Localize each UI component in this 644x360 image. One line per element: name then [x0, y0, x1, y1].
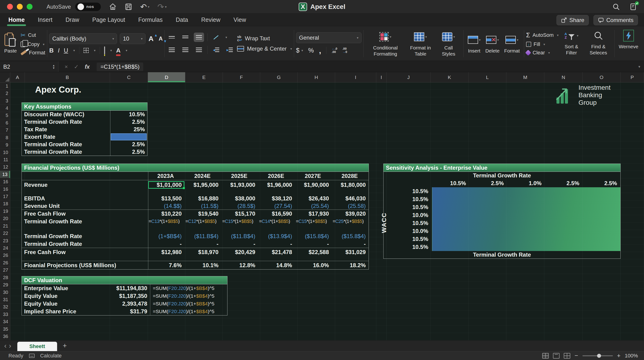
borders-chevron-icon[interactable]: ▾: [94, 49, 96, 52]
col-header-A[interactable]: A: [10, 72, 25, 82]
tab-draw[interactable]: Draw: [65, 15, 80, 25]
projection-cell[interactable]: 14.8%: [258, 262, 295, 269]
projection-cell[interactable]: $16,590: [258, 211, 295, 217]
maximize-window-button[interactable]: [27, 4, 32, 10]
row-header-26[interactable]: 26: [0, 252, 10, 259]
row-header-36[interactable]: 36: [0, 333, 10, 340]
underline-chevron-icon[interactable]: ▾: [73, 49, 75, 52]
row-header-33[interactable]: 33: [0, 311, 10, 318]
projection-cell[interactable]: (28.5$): [222, 203, 258, 209]
document-status-icon[interactable]: [630, 3, 638, 11]
conditional-formatting-button[interactable]: ▾ Conditional Formatting: [366, 29, 405, 58]
row-header-26[interactable]: 26: [0, 259, 10, 266]
dcf-value[interactable]: $31.79: [92, 308, 150, 315]
next-sheet-icon[interactable]: ›: [9, 342, 11, 350]
minimize-window-button[interactable]: [17, 4, 23, 10]
undo-chevron-icon[interactable]: ▾: [148, 5, 150, 9]
projection-cell[interactable]: -: [148, 241, 185, 247]
row-header-1[interactable]: 1: [0, 83, 10, 90]
insert-cells-button[interactable]: ▾ Insert: [466, 32, 483, 55]
assumption-value[interactable]: 2.5%: [110, 149, 147, 155]
col-header-L[interactable]: L: [468, 72, 506, 82]
projection-cell[interactable]: $15,170: [222, 211, 258, 217]
decrease-indent-button[interactable]: ◂: [211, 45, 221, 55]
selected-blue-cell[interactable]: [111, 133, 147, 140]
close-window-button[interactable]: [7, 4, 13, 10]
paste-button[interactable]: ▾ Paste: [2, 32, 19, 55]
dcf-value[interactable]: 2,393,478: [92, 300, 150, 307]
orientation-chevron-icon[interactable]: ▾: [225, 35, 227, 39]
grid-canvas[interactable]: Apex Corp. Investment Banking Group Key …: [10, 83, 644, 340]
col-header-O[interactable]: O: [583, 72, 620, 82]
dcf-formula[interactable]: =SUM(F20:J20)/(1+$B$4)^5: [150, 309, 227, 314]
row-header-21[interactable]: 21: [0, 222, 10, 230]
prev-sheet-icon[interactable]: ‹: [4, 342, 6, 350]
projection-cell[interactable]: (14.$$): [148, 203, 185, 209]
clear-chevron-icon[interactable]: ▾: [548, 51, 550, 55]
col-header-F[interactable]: F: [223, 72, 260, 82]
col-header-P[interactable]: P: [620, 72, 644, 82]
row-header-18[interactable]: 18: [0, 200, 10, 208]
fill-chevron-icon[interactable]: ▾: [544, 42, 545, 46]
sort-filter-button[interactable]: AZ▾ Sort & Filter: [558, 28, 584, 60]
autosum-chevron-icon[interactable]: ▾: [557, 33, 558, 37]
cut-button[interactable]: ✂Cut: [20, 32, 46, 39]
calculate-status[interactable]: Calculate: [40, 353, 62, 359]
projection-cell[interactable]: $39,020: [332, 211, 369, 217]
decrease-decimal-button[interactable]: .00→0: [342, 47, 347, 54]
projection-cell[interactable]: -: [185, 241, 222, 247]
col-header-N[interactable]: N: [544, 72, 583, 82]
col-header-D[interactable]: D: [148, 72, 185, 82]
zoom-in-button[interactable]: +: [617, 352, 620, 359]
row-header-23[interactable]: 23: [0, 237, 10, 244]
projection-cell[interactable]: $18,970: [185, 249, 222, 255]
col-header-G[interactable]: G: [260, 72, 298, 82]
row-header-28[interactable]: 28: [0, 274, 10, 281]
name-box-spinner[interactable]: ▲▼: [52, 64, 55, 69]
sheet-tab-active[interactable]: Sheett: [17, 342, 57, 351]
projection-cell[interactable]: (27.54): [258, 203, 295, 209]
row-header-20[interactable]: 20: [0, 215, 10, 222]
sort-filter-chevron-icon[interactable]: ▾: [577, 33, 578, 39]
wrap-text-button[interactable]: sbc↩Wrap Taxt: [237, 35, 292, 42]
copy-chevron-icon[interactable]: ▾: [43, 42, 44, 46]
row-header-2[interactable]: 2: [0, 90, 10, 97]
tab-view[interactable]: View: [233, 15, 247, 25]
projection-cell[interactable]: -: [295, 241, 332, 247]
projection-cell[interactable]: (25.54): [295, 203, 332, 209]
col-header-B[interactable]: B: [25, 72, 110, 82]
format-cells-button[interactable]: ▾ Format: [502, 32, 522, 55]
tab-insert[interactable]: Insert: [37, 15, 53, 25]
borders-icon[interactable]: [84, 48, 89, 53]
assumption-value[interactable]: 10.5%: [110, 111, 147, 118]
projection-cell[interactable]: $10,220: [148, 211, 185, 217]
row-header-7[interactable]: 7: [0, 127, 10, 134]
projection-cell[interactable]: $20,429: [222, 249, 258, 255]
dcf-value[interactable]: $1,187,350: [92, 293, 150, 299]
projection-cell[interactable]: -: [332, 241, 369, 247]
row-header-4[interactable]: 4: [0, 105, 10, 112]
clear-button[interactable]: Clear▾: [526, 50, 558, 56]
projection-cell[interactable]: $1,90,000: [295, 182, 332, 188]
tab-formulas[interactable]: Formulas: [138, 15, 163, 25]
analyze-data-button[interactable]: Werneve: [616, 28, 641, 60]
redo-chevron-icon[interactable]: ▾: [165, 5, 166, 9]
delete-cells-button[interactable]: ✕▾ Delete: [483, 32, 502, 55]
normal-view-icon[interactable]: [542, 353, 549, 358]
projection-cell[interactable]: =C12*(1+$B$5): [185, 219, 222, 224]
row-header-13[interactable]: 13: [0, 171, 10, 178]
projection-cell[interactable]: ($13.9$4): [258, 233, 295, 240]
increase-decimal-button[interactable]: ←.0.00: [332, 47, 337, 54]
projection-cell[interactable]: (25.58): [332, 203, 369, 209]
projection-cell[interactable]: 7.6%: [148, 262, 185, 269]
row-header-22[interactable]: 22: [0, 230, 10, 237]
formula-bar-expand-icon[interactable]: ▾: [638, 64, 640, 69]
increase-indent-button[interactable]: ▸: [224, 45, 235, 55]
col-header-I[interactable]: I: [335, 72, 376, 82]
fill-color-chevron-icon[interactable]: ▾: [110, 49, 112, 52]
projection-cell[interactable]: =C15*(1+$B$5): [222, 219, 258, 224]
save-icon[interactable]: [125, 3, 132, 11]
projection-cell[interactable]: ($11.B$4): [222, 233, 258, 240]
insert-chevron-icon[interactable]: ▾: [479, 37, 481, 43]
delete-chevron-icon[interactable]: ▾: [497, 37, 499, 43]
